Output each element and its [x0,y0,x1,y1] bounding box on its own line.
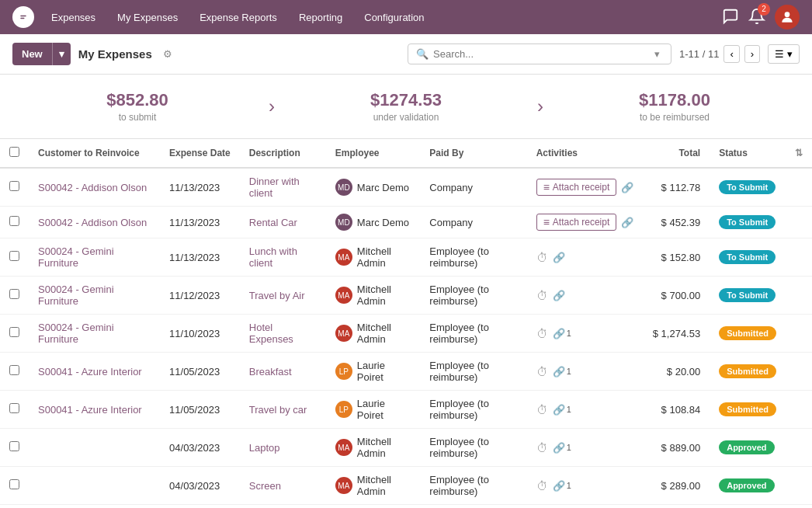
user-avatar[interactable] [775,5,800,30]
row-checkbox[interactable] [9,479,19,489]
status-badge: To Submit [719,250,776,264]
attach-receipt-button[interactable]: ≡ Attach receipt [536,214,617,231]
employee-cell: MAMitchell Admin [335,322,411,345]
select-all-checkbox[interactable] [9,147,19,157]
col-customer[interactable]: Customer to Reinvoice [29,139,160,168]
customer-link[interactable]: S00041 - Azure Interior [38,366,142,378]
col-activities[interactable]: Activities [527,139,644,168]
employee-cell: LPLaurie Poiret [335,360,411,383]
new-button[interactable]: New ▾ [12,43,71,65]
expense-date: 11/13/2023 [160,238,240,277]
settings-icon[interactable]: ⚙ [163,48,172,60]
summary-arrow-2[interactable]: › [525,96,556,117]
attach-receipt-button[interactable]: ≡ Attach receipt [536,179,617,196]
nav-expense-reports[interactable]: Expense Reports [195,9,282,26]
view-toggle-button[interactable]: ☰ ▾ [768,44,800,64]
summary-to-reimburse: $1178.00 to be reimbursed [556,90,793,123]
description-link[interactable]: Laptop [249,442,280,454]
employee-avatar: MA [335,477,352,494]
customer-link[interactable]: S00024 - Gemini Furniture [38,322,114,345]
col-status[interactable]: Status [710,139,786,168]
notification-button[interactable]: 2 [748,8,765,27]
svg-point-0 [18,12,29,23]
status-badge: Submitted [719,326,776,340]
col-paid-by[interactable]: Paid By [420,139,526,168]
col-expense-date[interactable]: Expense Date [160,139,240,168]
table-row: 04/03/2023ScreenMAMitchell AdminEmployee… [0,467,812,505]
paid-by: Employee (to reimburse) [420,315,526,353]
col-employee[interactable]: Employee [326,139,420,168]
activities-cell: ⏱🔗1 [536,327,634,340]
summary-label-3: to be reimbursed [640,112,710,123]
expense-date: 11/10/2023 [160,315,240,353]
nav-my-expenses[interactable]: My Expenses [113,9,182,26]
activities-cell: ⏱🔗1 [536,403,634,416]
nav-expenses[interactable]: Expenses [47,9,100,26]
table-row: S00024 - Gemini Furniture11/13/2023Lunch… [0,238,812,277]
clock-icon: ⏱ [536,403,548,416]
row-checkbox[interactable] [9,289,19,299]
description-link[interactable]: Travel by car [249,404,307,416]
paperclip-cell: 🔗1 [553,328,571,339]
new-button-dropdown[interactable]: ▾ [52,43,71,65]
row-checkbox[interactable] [9,327,19,337]
clock-icon: ⏱ [536,289,548,302]
expense-total: $ 452.39 [643,207,710,238]
summary-amount-2: $1274.53 [370,90,442,110]
employee-cell: MAMitchell Admin [335,474,411,497]
notification-badge: 2 [758,3,770,16]
description-link[interactable]: Dinner with client [249,176,300,199]
row-checkbox[interactable] [9,216,19,226]
table-row: S00042 - Addison Olson11/13/2023Dinner w… [0,168,812,207]
summary-bar: $852.80 to submit › $1274.53 under valid… [0,75,812,139]
search-input[interactable] [433,48,647,60]
customer-link[interactable]: S00042 - Addison Olson [38,217,147,228]
customer-link[interactable]: S00042 - Addison Olson [38,182,147,193]
pagination-next[interactable]: › [744,45,760,63]
col-description[interactable]: Description [240,139,326,168]
row-checkbox-cell [0,429,29,467]
activities-cell: ⏱🔗 [536,289,634,302]
customer-link[interactable]: S00041 - Azure Interior [38,404,142,416]
row-checkbox[interactable] [9,181,19,191]
expense-total: $ 152.80 [643,238,710,277]
employee-name: Marc Demo [357,182,409,193]
nav-configuration[interactable]: Configuration [359,9,429,26]
employee-name: Mitchell Admin [357,284,411,307]
description-link[interactable]: Lunch with client [249,245,297,269]
summary-label-2: under validation [373,112,439,123]
nav-reporting[interactable]: Reporting [294,9,347,26]
row-checkbox[interactable] [9,251,19,261]
col-sort[interactable]: ⇅ [786,139,812,168]
paperclip-icon: 🔗 [553,404,565,416]
customer-link[interactable]: S00024 - Gemini Furniture [38,245,114,269]
row-checkbox-cell [0,207,29,238]
description-link[interactable]: Hotel Expenses [249,322,293,345]
paperclip-cell: 🔗 [553,290,565,301]
chat-button[interactable] [722,8,739,27]
search-dropdown-icon[interactable]: ▾ [651,48,663,60]
description-link[interactable]: Travel by Air [249,290,305,301]
customer-link[interactable]: S00024 - Gemini Furniture [38,284,114,307]
description-link[interactable]: Screen [249,480,281,492]
paperclip-icon: 🔗 [621,182,633,193]
row-checkbox[interactable] [9,365,19,375]
description-link[interactable]: Breakfast [249,366,292,378]
row-checkbox[interactable] [9,441,19,451]
paperclip-cell: 🔗1 [553,366,571,378]
col-total[interactable]: Total [643,139,710,168]
row-checkbox-cell [0,238,29,277]
summary-label-1: to submit [119,112,157,123]
expense-date: 11/13/2023 [160,207,240,238]
paperclip-icon: 🔗 [553,328,565,339]
paid-by: Company [420,207,526,238]
employee-avatar: MA [335,249,352,266]
paperclip-cell: 🔗1 [553,480,571,492]
summary-arrow-1[interactable]: › [256,96,287,117]
pagination-prev[interactable]: ‹ [724,45,739,63]
search-icon: 🔍 [416,48,429,60]
description-link[interactable]: Rental Car [249,217,297,228]
row-checkbox[interactable] [9,403,19,413]
app-icon[interactable] [12,6,34,28]
new-button-label[interactable]: New [12,43,52,65]
